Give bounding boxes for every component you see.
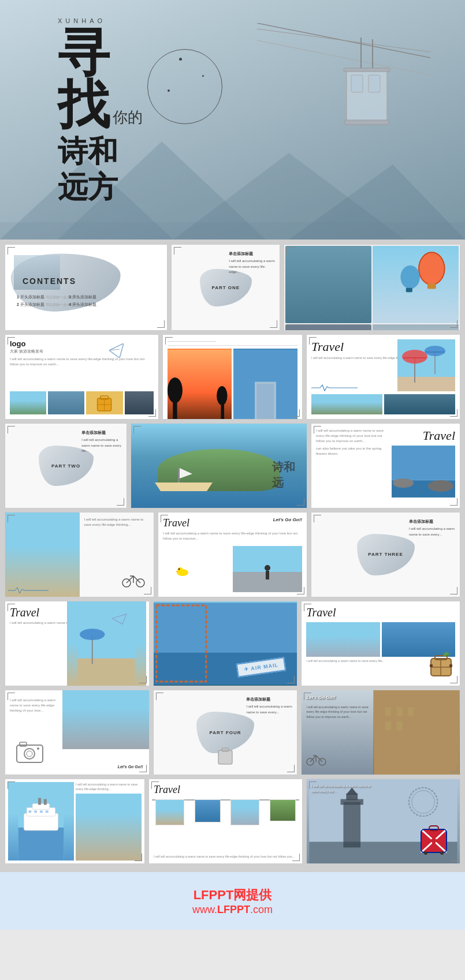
slide-row-6: Let's Go Go!! I will tell accumulating a… <box>5 690 460 775</box>
svg-rect-40 <box>397 377 455 391</box>
svg-rect-38 <box>257 384 274 419</box>
heartbeat-svg <box>311 384 358 391</box>
svg-rect-109 <box>28 810 31 813</box>
beach-full-photo <box>67 601 146 686</box>
footer-url: www.LFPPT.com <box>192 904 273 916</box>
slide-row-1: CONTENTS 1 开头添加标题 可以添加一点小文字 2 开头添加标题 可以添… <box>5 244 460 331</box>
svg-rect-19 <box>406 288 412 292</box>
svg-rect-108 <box>44 799 47 805</box>
stone-beach-photo <box>62 690 148 749</box>
svg-rect-88 <box>218 750 232 764</box>
svg-point-35 <box>217 386 227 405</box>
svg-point-65 <box>177 567 183 573</box>
svg-line-2 <box>257 29 430 52</box>
hero-text-group: XUNHAO 寻 找 你的 诗和 远方 <box>58 17 143 206</box>
slide-row-4: I will tell accumulating a warm name to … <box>5 512 460 597</box>
svg-rect-6 <box>351 75 363 92</box>
svg-point-62 <box>265 565 270 571</box>
beach-photo-left <box>5 513 80 597</box>
svg-rect-111 <box>40 810 43 813</box>
svg-point-71 <box>80 629 105 640</box>
slide-row-5: Travel I will tell accumulating a warm n… <box>5 601 460 686</box>
svg-rect-82 <box>449 664 452 667</box>
svg-rect-81 <box>430 664 433 667</box>
photo-dark <box>125 391 154 414</box>
contents-list: 1 开头添加标题 可以添加一点小文字 2 开头添加标题 可以添加一点小文字 <box>17 294 77 308</box>
photo-blue <box>48 391 84 414</box>
svg-rect-114 <box>343 802 360 847</box>
architecture-photo <box>373 690 460 775</box>
part-three-brush: PART THREE <box>357 534 415 575</box>
text-image-slide: —————————————— <box>162 334 303 420</box>
travel-center-slide: Travel I will tell accumulating a warm n… <box>158 512 307 597</box>
travel-suitcase-slide: Travel I will tell accumulating a warm n… <box>301 601 460 686</box>
contents-slide: CONTENTS 1 开头添加标题 可以添加一点小文字 2 开头添加标题 可以添… <box>5 244 168 331</box>
part-one-text: 单击添加标题 I will tell accumulating a warm n… <box>229 250 275 275</box>
part-three-slide: PART THREE 单击添加标题 I will tell accumulati… <box>311 512 460 597</box>
heartbeat-line-4 <box>8 587 49 594</box>
chinese-overlay: 诗和远 <box>272 459 295 491</box>
logo-text: logo <box>10 339 154 348</box>
camera-text: I will tell accumulating a warm name to … <box>10 698 57 713</box>
pier-photo <box>233 349 297 419</box>
photo-strip <box>10 391 154 414</box>
hanging-photo-2 <box>195 799 221 822</box>
part-four-suitcase <box>217 745 234 769</box>
lets-go-city-slide: Let's Go Go!! I will tell accumulating a… <box>301 690 460 775</box>
slide-header-line: —————————————— <box>168 339 297 346</box>
dot-2 <box>202 75 204 77</box>
beach-text-content: I will tell accumulating a warm name to … <box>84 517 150 528</box>
logo-body-text: I will tell accumulating a warm name to … <box>10 357 154 367</box>
xunhao-label: XUNHAO <box>58 17 143 24</box>
vintage-suitcase <box>428 650 454 681</box>
contents-list-2: 3 开头添加标题 4 开头添加标题 <box>69 294 96 308</box>
svg-point-53 <box>428 480 453 492</box>
city-text: I will tell accumulating a warm name to … <box>306 705 369 719</box>
dot-1 <box>179 58 182 61</box>
lets-go-city-label: Let's Go Go!! <box>306 695 335 700</box>
svg-point-42 <box>402 350 427 364</box>
title-row2: 找 你的 <box>58 79 143 131</box>
photo-green <box>10 391 46 414</box>
svg-rect-112 <box>46 810 49 813</box>
svg-rect-47 <box>178 468 180 482</box>
sea-strip-1 <box>306 622 380 657</box>
svg-rect-110 <box>34 810 37 813</box>
svg-point-84 <box>24 749 35 759</box>
slide-photo-row <box>168 349 297 419</box>
svg-point-18 <box>401 265 420 289</box>
svg-marker-67 <box>176 571 177 572</box>
svg-rect-8 <box>344 68 390 72</box>
contents-item-4: 4 开头添加标题 <box>69 301 96 309</box>
footer-brand: LFPPT网提供 <box>194 887 272 904</box>
city-bike <box>306 751 326 769</box>
part-one-slide: PART ONE 单击添加标题 I will tell accumulating… <box>171 244 280 331</box>
sunset-photo <box>168 349 232 419</box>
hero-section: XUNHAO 寻 找 你的 诗和 远方 <box>0 0 465 240</box>
part-two-text: 单击添加标题 I will tell accumulating a warm n… <box>81 429 122 454</box>
uk-text: I will tell accumulating a warm name to … <box>311 784 373 794</box>
travel-sea-slide: I will tell accumulating a warm name to … <box>311 423 460 508</box>
sea-left-photo <box>8 782 74 861</box>
footer: LFPPT网提供 www.LFPPT.com <box>0 872 465 930</box>
paper-plane-icon <box>109 343 124 358</box>
photo-balloon <box>373 246 459 323</box>
part-four-slide: PART FOUR 单击添加标题 I will tell accumulatin… <box>153 690 298 775</box>
sea-road-photo <box>154 601 297 686</box>
travel-string-text: I will tell accumulating a warm name to … <box>154 854 297 859</box>
poem-text: 诗和 远方 <box>58 134 143 206</box>
travel-center-text: I will tell accumulating a warm name to … <box>163 531 302 541</box>
logo-slide: logo 大家·旅游攻略发布 I will tell accumulating … <box>5 334 159 420</box>
ship-slide: I will tell accumulating a warm name to … <box>5 779 145 864</box>
travel-slide-1: Travel I will tell accumulating a warm n… <box>306 334 460 420</box>
svg-rect-91 <box>385 708 391 716</box>
part-three-label: PART THREE <box>368 551 403 558</box>
svg-point-85 <box>27 751 32 757</box>
svg-point-66 <box>178 568 180 570</box>
title-zhao: 找 <box>58 79 110 131</box>
photo-suitcase <box>86 391 122 414</box>
photo-mountain-top <box>285 246 371 323</box>
hanging-photo-4 <box>270 799 296 821</box>
boat <box>149 462 218 491</box>
part-four-text: 单击添加标题 I will tell accumulating a warm n… <box>246 696 292 715</box>
